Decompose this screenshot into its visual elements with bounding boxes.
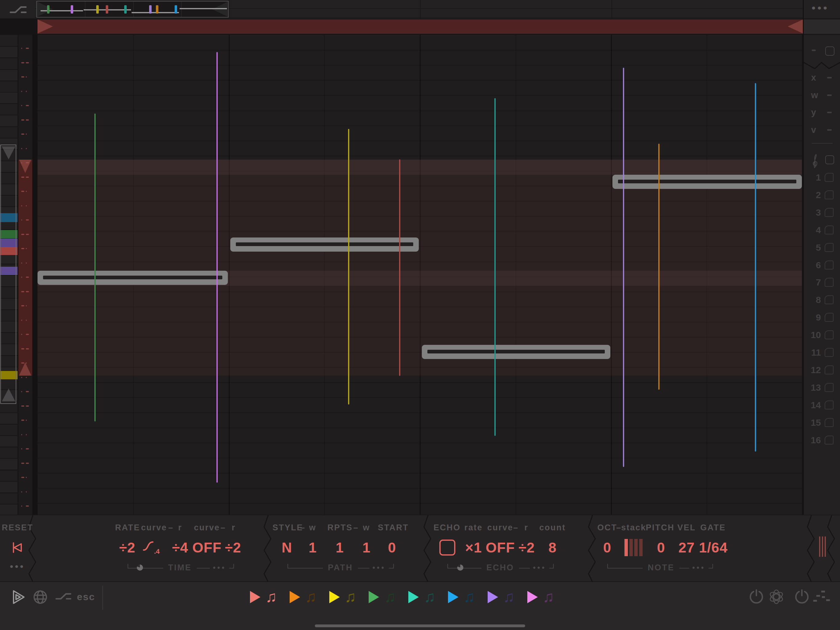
control-bar-grip[interactable] — [825, 537, 826, 557]
track-1-note-button[interactable]: ♫ — [265, 588, 277, 606]
slot-icon[interactable] — [825, 400, 834, 410]
slot-icon[interactable] — [825, 383, 834, 392]
axis-row-w[interactable]: w — [804, 90, 840, 103]
param-value-button[interactable]: 1/64 — [699, 539, 728, 556]
pattern-slot-7[interactable]: 7 — [804, 277, 840, 291]
pitch-range-strip[interactable] — [19, 35, 32, 514]
note-bar[interactable] — [422, 345, 610, 359]
track-4-note-button[interactable]: ♫ — [384, 588, 396, 606]
param-value-button[interactable]: ÷2 — [519, 539, 535, 556]
slot-icon[interactable] — [825, 366, 834, 374]
power-button-right[interactable] — [794, 589, 810, 605]
param-value-button[interactable]: OFF — [486, 539, 515, 556]
footer-dots-button[interactable]: ••• — [530, 563, 549, 572]
note-bar[interactable] — [613, 175, 802, 189]
power-button-left[interactable] — [748, 589, 764, 605]
clef-slot-square[interactable] — [825, 155, 834, 164]
track-8-play-button[interactable] — [527, 591, 538, 603]
slot-icon[interactable] — [825, 261, 834, 269]
track-7-play-button[interactable] — [488, 591, 498, 603]
slot-icon[interactable] — [825, 173, 834, 182]
pattern-slot-8[interactable]: 8 — [804, 295, 840, 308]
control-bar-grip[interactable] — [819, 537, 820, 557]
slot-icon[interactable] — [825, 435, 834, 445]
ramp-mode-button[interactable] — [55, 590, 73, 602]
playhead-line-track-2[interactable] — [216, 52, 218, 483]
curve-value-button[interactable]: .4 — [142, 539, 161, 556]
track-5-note-button[interactable]: ♫ — [424, 588, 435, 606]
reset-button[interactable] — [11, 541, 24, 554]
transport-play-button[interactable] — [11, 589, 27, 605]
track-4-play-button[interactable] — [369, 591, 379, 603]
track-3-note-button[interactable]: ♫ — [345, 588, 356, 606]
footer-dial-icon[interactable] — [137, 565, 143, 571]
pattern-slot-5[interactable]: 5 — [804, 242, 840, 256]
playhead-line-track-6[interactable] — [623, 68, 624, 467]
minimap-window-edge-left[interactable] — [37, 2, 53, 17]
globe-button[interactable] — [33, 589, 48, 605]
home-indicator[interactable] — [315, 624, 525, 627]
footer-dots-button[interactable]: ••• — [689, 563, 708, 572]
param-value-button[interactable]: N — [282, 539, 292, 556]
slot-icon[interactable] — [825, 313, 834, 322]
track-8-note-button[interactable]: ♫ — [543, 588, 554, 606]
axis-row-x[interactable]: x — [804, 73, 840, 85]
pattern-slot-13[interactable]: 13 — [804, 382, 840, 396]
ramp-icon[interactable] — [8, 4, 30, 16]
esc-button[interactable]: esc — [77, 591, 95, 603]
minimap-window-edge-right[interactable] — [212, 2, 228, 17]
footer-dots-button[interactable]: ••• — [210, 563, 229, 572]
param-value-button[interactable]: 1 — [309, 539, 317, 556]
footer-dots-button[interactable]: ••• — [369, 563, 388, 572]
range-bottom-handle[interactable] — [19, 362, 32, 375]
loop-start-handle[interactable] — [38, 19, 53, 33]
playhead-line-track-1[interactable] — [95, 114, 96, 421]
pattern-slot-2[interactable]: 2 — [804, 190, 840, 203]
playhead-line-track-7[interactable] — [658, 144, 660, 390]
echo-enable-checkbox[interactable] — [439, 540, 455, 556]
pattern-slot-14[interactable]: 14 — [804, 400, 840, 413]
menu-dots-button[interactable]: ••• — [812, 2, 829, 14]
param-value-button[interactable]: 0 — [657, 539, 665, 556]
slot-icon[interactable] — [825, 190, 834, 199]
track-2-play-button[interactable] — [290, 591, 300, 603]
track-2-note-button[interactable]: ♫ — [305, 588, 317, 606]
param-value-button[interactable]: OFF — [193, 539, 222, 556]
track-1-play-button[interactable] — [250, 591, 261, 603]
pattern-slot-3[interactable]: 3 — [804, 207, 840, 221]
reset-dots-button[interactable]: ••• — [7, 561, 28, 572]
keyboard-column[interactable] — [0, 35, 17, 514]
minimap[interactable] — [36, 1, 229, 17]
axis-row-y[interactable]: y — [804, 108, 840, 120]
playhead-line-track-8[interactable] — [755, 83, 756, 451]
pattern-slot-10[interactable]: 10 — [804, 330, 840, 343]
param-value-button[interactable]: 1 — [336, 539, 344, 556]
control-bar-grip[interactable] — [822, 537, 823, 557]
loop-end-handle[interactable] — [788, 19, 803, 33]
pattern-slot-4[interactable]: 4 — [804, 225, 840, 238]
track-6-note-button[interactable]: ♫ — [463, 588, 475, 606]
pattern-slot-12[interactable]: 12 — [804, 365, 840, 378]
pitch-range-selection[interactable] — [19, 160, 32, 375]
pattern-slot-11[interactable]: 11 — [804, 347, 840, 361]
playhead-line-track-3[interactable] — [348, 129, 349, 405]
param-value-button[interactable]: 0 — [603, 539, 611, 556]
param-value-button[interactable]: 0 — [388, 539, 396, 556]
viewport-scroll-down-handle[interactable] — [2, 388, 15, 401]
param-value-button[interactable]: ÷2 — [225, 539, 242, 556]
pattern-slot-6[interactable]: 6 — [804, 260, 840, 274]
panel-toggle-square[interactable] — [825, 46, 834, 56]
param-value-button[interactable]: ÷4 — [172, 539, 188, 556]
viewport-scroll-up-handle[interactable] — [2, 146, 15, 159]
note-bar[interactable] — [38, 271, 228, 285]
pattern-slot-9[interactable]: 9 — [804, 312, 840, 326]
stack-value-button[interactable] — [624, 539, 644, 556]
track-7-note-button[interactable]: ♫ — [503, 588, 515, 606]
piano-roll-grid[interactable] — [38, 35, 802, 514]
pattern-slot-16[interactable]: 16 — [804, 435, 840, 448]
range-top-handle[interactable] — [19, 160, 32, 173]
keyboard-viewport-box[interactable] — [0, 144, 16, 404]
slot-icon[interactable] — [825, 208, 834, 217]
param-value-button[interactable]: 1 — [363, 539, 371, 556]
track-6-play-button[interactable] — [448, 591, 458, 603]
